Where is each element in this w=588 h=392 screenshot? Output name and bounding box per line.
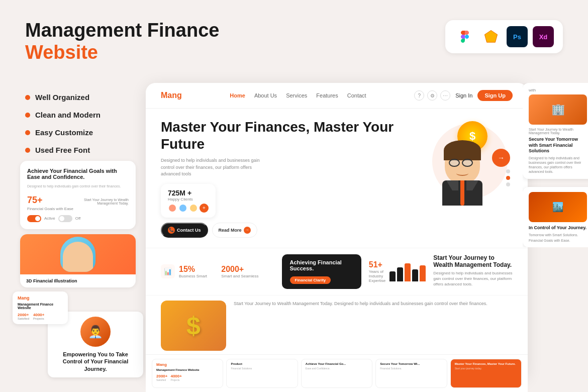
strip-card-4: Secure Your Tomorrow Wi... Financial Sol… (375, 359, 447, 388)
hero-desc: Designed to help individuals and busines… (161, 157, 261, 178)
dollar-illustration: $ (161, 301, 226, 351)
website-preview: Mang Home About Us Services Features Con… (146, 83, 528, 379)
hero-character: $ (412, 119, 513, 238)
preview-logo: Mang (161, 91, 182, 100)
contact-button[interactable]: 📞 Contact Us (161, 223, 208, 238)
bar-3 (405, 263, 411, 281)
stat-label-1: Business Smart (179, 274, 207, 278)
feature-item-2: Clean and Modern (25, 111, 101, 119)
stat-card-2: 2000+ Smart and Seamless (221, 254, 274, 289)
subtitle: Website (25, 41, 219, 64)
photoshop-icon: Ps (507, 26, 528, 47)
small-logo: Mang (18, 296, 63, 301)
stat-card-3: 51+ Years of Industry Expertise (369, 254, 426, 289)
strip-card-5: Master Your Finances, Master Your Future… (450, 359, 522, 388)
feature-item-1: Well Organized (25, 93, 101, 102)
bottom-preview-row: $ Start Your Journey to Wealth Managemen… (146, 295, 528, 356)
signin-button[interactable]: Sign In (455, 92, 472, 99)
strip-card-3: Achieve Your Financial Go... Ease and Co… (301, 359, 372, 388)
right-card-img-2: 🏙️ (529, 192, 587, 222)
feature-dot (25, 113, 30, 118)
settings-icon[interactable]: ⚙ (427, 90, 437, 101)
right-card-desc-2: Tomorrow with Smart Solutions. (529, 233, 587, 237)
stat-icon-1: 📊 (161, 264, 175, 278)
right-col-title: Start Your Journey to Wealth Management … (433, 254, 513, 268)
features-list: Well Organized Clean and Modern Easy Cus… (25, 93, 101, 154)
phone-icon: 📞 (168, 227, 175, 234)
hero-title: Master Your Finances, Master Your Future (161, 119, 402, 152)
avatar-plus: + (200, 204, 209, 213)
avatar-2 (178, 204, 187, 213)
char-suit (442, 180, 482, 206)
hero-section: Master Your Finances, Master Your Future… (146, 109, 528, 248)
stat-number: 725M + (168, 189, 209, 197)
svg-marker-0 (484, 30, 497, 42)
avatars-row: + (168, 204, 209, 213)
feature-dot (25, 148, 30, 153)
stat-label: Happy Clients (168, 197, 209, 202)
decorative-3d-card: 3D Financial Illustration (20, 234, 136, 287)
char-glasses (449, 159, 473, 167)
signup-button[interactable]: Sign Up (477, 90, 513, 101)
right-preview-cards: with 🏢 Start Your Journey to Wealth Mana… (523, 83, 588, 247)
preview-nav: Mang Home About Us Services Features Con… (146, 83, 528, 109)
hero-arrow[interactable]: → (492, 149, 510, 167)
character-body (432, 143, 493, 213)
small-preview-card: Mang Management Finance Website 2000+ Sa… (13, 291, 68, 324)
help-icon[interactable]: ? (414, 90, 424, 101)
dark-stat-card: Achieving Financial Success. Financial C… (282, 254, 361, 289)
avatar-1 (168, 204, 177, 213)
char-hair (444, 140, 481, 160)
stat-label-2: Smart and Seamless (221, 274, 258, 278)
strip-card-1: Mang Management Finance Website 2000+ Sa… (152, 359, 223, 388)
grid-icon[interactable]: ⋯ (440, 90, 450, 101)
left-preview-cards: Achieve Your Financial Goals with Ease a… (20, 161, 136, 287)
bar-2 (397, 267, 403, 281)
nav-links: Home About Us Services Features Contact (230, 92, 366, 99)
bar-1 (389, 271, 396, 281)
hero-left: Master Your Finances, Master Your Future… (161, 119, 402, 238)
financial-goals-card: Achieve Your Financial Goals with Ease a… (20, 161, 136, 229)
stats-row: 📊 15% Business Smart 2000+ Smart and Sea… (146, 248, 528, 295)
feature-item-4: Used Free Font (25, 146, 101, 154)
nav-right: ? ⚙ ⋯ Sign In Sign Up (414, 90, 513, 101)
hero-stats-card: 725M + Happy Clients + (161, 184, 216, 218)
stat-num-3: 51+ (369, 260, 385, 269)
title-block: Management Finance Website (25, 20, 219, 64)
right-card-title-2: In Control of Your Journey. (529, 225, 587, 231)
right-card-desc-1: Designed to help individuals and busines… (529, 156, 587, 174)
right-col-desc: Designed to help individuals and busines… (433, 270, 513, 287)
stat-num-2: 2000+ (221, 265, 258, 274)
adobe-xd-icon: Xd (533, 26, 554, 47)
right-col: Start Your Journey to Wealth Management … (433, 254, 513, 289)
bottom-strip: Mang Management Finance Website 2000+ Sa… (146, 354, 528, 392)
strip-card-2: Product Financial Solutions (226, 359, 298, 388)
dark-card-title: Achieving Financial Success. (290, 259, 353, 271)
toggle-off[interactable] (58, 215, 72, 222)
right-card-1: with 🏢 Start Your Journey to Wealth Mana… (523, 83, 588, 179)
feature-dot (25, 130, 30, 135)
stat-card-1: 📊 15% Business Smart (161, 254, 214, 289)
tool-icons-container: Ps Xd (445, 20, 563, 53)
feature-dot (25, 95, 30, 100)
dark-card-btn[interactable]: Financial Clarity (290, 276, 331, 284)
arrow-icon: → (244, 227, 251, 234)
bar-5 (420, 265, 426, 281)
top-section: Management Finance Website Ps Xd (0, 0, 588, 74)
avatar-3 (189, 204, 198, 213)
right-card-title-1: Secure Your Tomorrow with Smart Financia… (529, 137, 587, 154)
toggle-on[interactable] (27, 215, 41, 222)
right-card-2: 🏙️ In Control of Your Journey. Tomorrow … (523, 187, 588, 247)
stat-num-1: 15% (179, 265, 207, 274)
char-head (445, 143, 480, 183)
bar-chart (389, 261, 426, 281)
hero-buttons: 📞 Contact Us Read More → (161, 223, 402, 238)
main-title: Management Finance (25, 20, 219, 41)
bar-4 (412, 269, 418, 281)
stat-label-3: Years of Industry Expertise (369, 269, 385, 283)
read-more-button[interactable]: Read More → (212, 223, 257, 238)
figma-icon (454, 26, 475, 47)
right-card-img-1: 🏢 (529, 94, 587, 125)
feature-item-3: Easy Customize (25, 128, 101, 137)
bottom-text: Start Your Journey to Wealth Management … (234, 301, 513, 351)
